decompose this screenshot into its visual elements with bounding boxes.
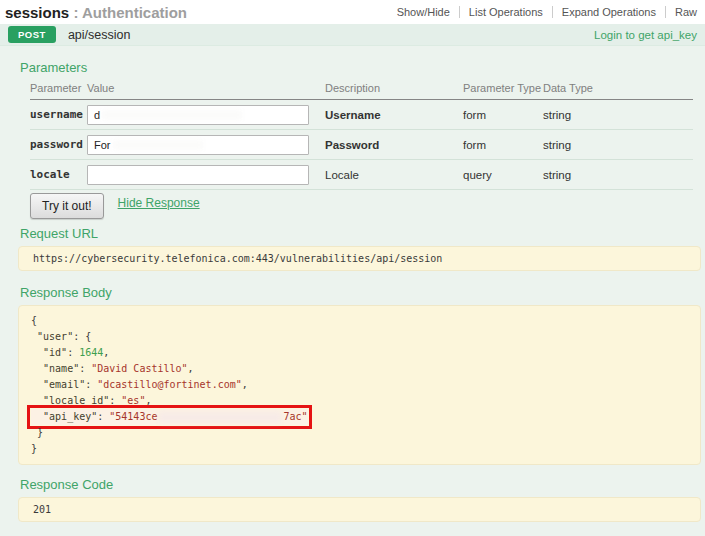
json-line: "name": "David Castillo",: [31, 361, 688, 377]
actions-row: Try it out! Hide Response: [30, 194, 705, 218]
resource-name[interactable]: sessions: [5, 4, 69, 21]
col-parameter: Parameter: [30, 80, 87, 100]
parameters-header-row: Parameter Value Description Parameter Ty…: [30, 80, 693, 100]
resource-title-row: sessions : Authentication Show/Hide List…: [0, 0, 705, 24]
login-api-key-link[interactable]: Login to get api_key: [594, 29, 697, 41]
json-line: "email": "dcastillo@fortinet.com",: [31, 377, 688, 393]
json-line: "locale_id": "es",: [31, 393, 688, 409]
api-key-redaction-blur: [159, 412, 281, 423]
response-body-heading: Response Body: [20, 285, 705, 300]
password-input[interactable]: For: [87, 135, 309, 155]
raw-link[interactable]: Raw: [665, 6, 699, 18]
json-line: }: [31, 441, 688, 457]
username-redaction-blur: [102, 110, 242, 120]
parameters-heading: Parameters: [20, 60, 705, 75]
param-row-locale: locale Locale query string: [30, 160, 693, 190]
api-key-annotation-box: "api_key": "54143ce7ac": [31, 409, 308, 425]
list-operations-link[interactable]: List Operations: [459, 6, 552, 18]
param-name-password: password: [30, 130, 87, 160]
operation-content: Parameters Parameter Value Description P…: [0, 46, 705, 536]
col-parameter-type: Parameter Type: [463, 80, 543, 100]
data-type-username: string: [543, 100, 693, 130]
col-description: Description: [325, 80, 463, 100]
json-line: }: [31, 425, 688, 441]
request-url-value: https://cybersecurity.telefonica.com:443…: [33, 253, 442, 264]
hide-response-link[interactable]: Hide Response: [118, 196, 200, 210]
col-value: Value: [87, 80, 325, 100]
param-desc-1: Password: [325, 130, 463, 160]
request-url-box: https://cybersecurity.telefonica.com:443…: [18, 246, 701, 271]
request-url-heading: Request URL: [20, 226, 705, 241]
try-it-out-button[interactable]: Try it out!: [30, 193, 104, 219]
data-type-locale: string: [543, 160, 693, 190]
param-type-password: form: [463, 130, 543, 160]
json-line: "id": 1644,: [31, 345, 688, 361]
param-name-locale: locale: [30, 160, 87, 190]
locale-input[interactable]: [87, 165, 309, 185]
header-links: Show/Hide List Operations Expand Operati…: [388, 6, 699, 18]
param-type-username: form: [463, 100, 543, 130]
json-line: "user": {: [31, 329, 688, 345]
data-type-password: string: [543, 130, 693, 160]
username-value-prefix: d: [94, 109, 100, 121]
param-desc-2: Locale: [325, 160, 463, 190]
parameters-table: Parameter Value Description Parameter Ty…: [30, 80, 693, 190]
response-code-box: 201: [18, 497, 701, 522]
response-code-heading: Response Code: [20, 477, 705, 492]
username-input[interactable]: d: [87, 105, 309, 125]
resource-title: sessions : Authentication: [5, 4, 187, 21]
param-row-username: username d Username form string: [30, 100, 693, 130]
param-row-password: password For Password form string: [30, 130, 693, 160]
expand-operations-link[interactable]: Expand Operations: [552, 6, 665, 18]
param-type-locale: query: [463, 160, 543, 190]
operation-path[interactable]: api/session: [68, 28, 131, 42]
resource-description: Authentication: [82, 4, 187, 21]
col-data-type: Data Type: [543, 80, 693, 100]
json-line: {: [31, 313, 688, 329]
response-code-value: 201: [33, 504, 51, 515]
json-line: "api_key": "54143ce7ac": [31, 409, 688, 425]
param-desc-0: Username: [325, 100, 463, 130]
swagger-page: sessions : Authentication Show/Hide List…: [0, 0, 705, 536]
password-redaction-blur: [113, 140, 203, 150]
show-hide-link[interactable]: Show/Hide: [388, 6, 459, 18]
operation-header[interactable]: POST api/session Login to get api_key: [0, 24, 705, 46]
param-name-username: username: [30, 100, 87, 130]
post-method-badge[interactable]: POST: [8, 26, 56, 44]
password-value-prefix: For: [94, 139, 111, 151]
title-separator: :: [73, 4, 78, 21]
response-body-json: { "user": { "id": 1644, "name": "David C…: [18, 305, 701, 465]
